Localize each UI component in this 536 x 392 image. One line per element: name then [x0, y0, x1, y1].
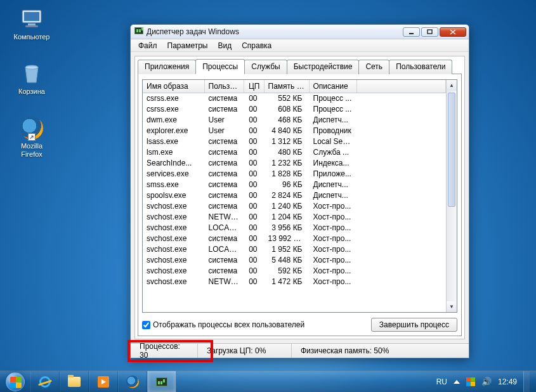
desktop-icon-recycle[interactable]: Корзина	[9, 61, 55, 96]
tray-clock[interactable]: 12:49	[498, 377, 517, 386]
cell-user: система	[204, 136, 244, 147]
start-button[interactable]	[0, 371, 30, 392]
table-row[interactable]: svchost.exeLOCAL ...003 956 КБХост-про..…	[143, 223, 446, 233]
col-memory[interactable]: Память (...	[264, 80, 309, 93]
table-row[interactable]: dwm.exeUser00468 КБДиспетч...	[143, 115, 446, 126]
cell-name: svchost.exe	[143, 244, 204, 255]
cell-memory: 1 312 КБ	[264, 136, 309, 147]
table-row[interactable]: lsass.exeсистема001 312 КБLocal Sec...	[143, 136, 446, 147]
show-all-users-label: Отображать процессы всех пользователей	[153, 320, 304, 329]
cell-cpu: 00	[244, 255, 264, 266]
tab-applications[interactable]: Приложения	[138, 60, 196, 74]
col-desc[interactable]: Описание	[309, 80, 356, 93]
menu-help[interactable]: Справка	[237, 40, 277, 51]
table-row[interactable]: svchost.exeLOCAL ...001 952 КБХост-про..…	[143, 244, 446, 255]
cell-user: система	[204, 158, 244, 169]
cell-memory: 3 956 КБ	[264, 223, 309, 233]
scroll-up-icon[interactable]: ▲	[447, 80, 457, 91]
tray-show-hidden-icon[interactable]	[454, 380, 460, 384]
cell-cpu: 00	[244, 190, 264, 201]
menubar: Файл Параметры Вид Справка	[131, 39, 469, 52]
desktop-icon-computer[interactable]: Компьютер	[9, 6, 55, 41]
table-row[interactable]: svchost.exeсистема0013 992 КБХост-про...	[143, 233, 446, 244]
taskbar-ie[interactable]	[30, 371, 60, 392]
table-row[interactable]: csrss.exeсистема00608 КБПроцесс ...	[143, 104, 446, 115]
cell-memory: 1 232 КБ	[264, 158, 309, 169]
cell-desc: Хост-про...	[309, 201, 356, 212]
cell-memory: 1 828 КБ	[264, 169, 309, 180]
table-row[interactable]: svchost.exeNETWO...001 204 КБХост-про...	[143, 212, 446, 223]
cell-cpu: 00	[244, 277, 264, 287]
table-row[interactable]: svchost.exeсистема00592 КБХост-про...	[143, 266, 446, 277]
scroll-down-icon[interactable]: ▼	[447, 301, 457, 312]
table-row[interactable]: svchost.exeсистема001 240 КБХост-про...	[143, 201, 446, 212]
cell-desc: Служба ...	[309, 147, 356, 158]
tray-language[interactable]: RU	[436, 377, 447, 386]
maximize-button[interactable]	[421, 27, 438, 37]
cell-memory: 5 448 КБ	[264, 255, 309, 266]
computer-icon	[19, 6, 44, 32]
cell-cpu: 00	[244, 212, 264, 223]
cell-name: svchost.exe	[143, 233, 204, 244]
taskbar-taskmgr[interactable]	[147, 371, 176, 392]
table-row[interactable]: lsm.exeсистема00480 КБСлужба ...	[143, 147, 446, 158]
col-cpu[interactable]: ЦП	[244, 80, 264, 93]
close-button[interactable]	[440, 27, 466, 37]
table-row[interactable]: services.exeсистема001 828 КБПриложе...	[143, 169, 446, 180]
menu-view[interactable]: Вид	[212, 40, 237, 51]
cell-cpu: 00	[244, 169, 264, 180]
tab-processes[interactable]: Процессы	[195, 59, 245, 74]
show-desktop-button[interactable]	[523, 371, 530, 392]
firefox-icon	[126, 376, 139, 388]
tab-users[interactable]: Пользователи	[389, 60, 452, 74]
cell-desc: Проводник	[309, 126, 356, 136]
cell-memory: 1 952 КБ	[264, 244, 309, 255]
status-memory: Физическая память: 50%	[292, 344, 469, 358]
table-row[interactable]: svchost.exeNETWO...001 472 КБХост-про...	[143, 277, 446, 287]
vertical-scrollbar[interactable]: ▲ ▼	[446, 80, 457, 312]
cell-name: SearchInde...	[143, 158, 204, 169]
cell-cpu: 00	[244, 180, 264, 190]
col-user[interactable]: Пользо...	[204, 80, 244, 93]
scroll-thumb[interactable]	[448, 93, 455, 207]
cell-cpu: 00	[244, 126, 264, 136]
volume-icon[interactable]: 🔊	[481, 377, 492, 386]
menu-file[interactable]: Файл	[133, 40, 162, 51]
taskbar-explorer[interactable]	[60, 371, 89, 392]
cell-name: dwm.exe	[143, 115, 204, 126]
table-row[interactable]: spoolsv.exeсистема002 824 КБДиспетч...	[143, 190, 446, 201]
cell-desc: Хост-про...	[309, 255, 356, 266]
titlebar[interactable]: Диспетчер задач Windows	[131, 25, 469, 39]
action-center-icon[interactable]	[466, 377, 475, 386]
show-all-users-input[interactable]	[142, 321, 150, 329]
menu-options[interactable]: Параметры	[162, 40, 213, 51]
end-process-button[interactable]: Завершить процесс	[371, 318, 457, 332]
tab-performance[interactable]: Быстродействие	[287, 60, 360, 74]
table-row[interactable]: explorer.exeUser004 840 КБПроводник	[143, 126, 446, 136]
cell-cpu: 00	[244, 93, 264, 105]
cell-desc: Хост-про...	[309, 212, 356, 223]
cell-cpu: 00	[244, 244, 264, 255]
cell-user: система	[204, 255, 244, 266]
table-row[interactable]: csrss.exeсистема00552 КБПроцесс ...	[143, 93, 446, 105]
col-blank[interactable]	[356, 80, 446, 93]
cell-user: LOCAL ...	[204, 223, 244, 233]
show-all-users-checkbox[interactable]: Отображать процессы всех пользователей	[142, 320, 304, 329]
table-row[interactable]: svchost.exeсистема005 448 КБХост-про...	[143, 255, 446, 266]
cell-memory: 13 992 КБ	[264, 233, 309, 244]
desktop-icon-firefox[interactable]: ↗ Mozilla Firefox	[9, 115, 55, 159]
cell-user: NETWO...	[204, 212, 244, 223]
cell-user: система	[204, 93, 244, 105]
cell-desc: Хост-про...	[309, 266, 356, 277]
taskbar-firefox[interactable]	[118, 371, 147, 392]
cell-cpu: 00	[244, 115, 264, 126]
table-row[interactable]: smss.exeсистема0096 КБДиспетч...	[143, 180, 446, 190]
minimize-button[interactable]	[403, 27, 420, 37]
taskbar-wmp[interactable]	[89, 371, 118, 392]
table-row[interactable]: SearchInde...система001 232 КБИндекса...	[143, 158, 446, 169]
desktop-icon-label: Корзина	[9, 88, 55, 96]
tab-network[interactable]: Сеть	[358, 60, 389, 74]
cell-cpu: 00	[244, 266, 264, 277]
col-name[interactable]: Имя образа	[143, 80, 204, 93]
tab-services[interactable]: Службы	[244, 60, 287, 74]
